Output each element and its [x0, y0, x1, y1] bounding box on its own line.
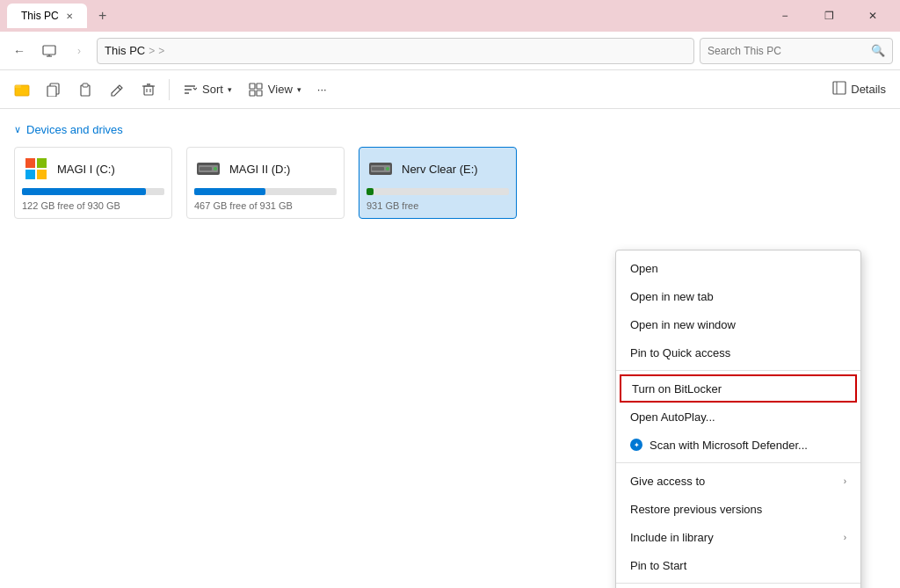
tab-area: This PC ✕ +	[7, 4, 758, 28]
copy-icon	[46, 82, 62, 98]
drive-d[interactable]: MAGI II (D:) 467 GB free of 931 GB	[186, 147, 345, 219]
svg-rect-14	[250, 83, 255, 89]
drive-c-bar	[22, 188, 146, 195]
ctx-open-label-group: Open	[630, 262, 658, 275]
drive-d-icon	[194, 155, 222, 183]
ctx-pin-quick-access-label: Pin to Quick access	[630, 346, 730, 359]
nav-bar: ← › This PC > > 🔍	[0, 32, 900, 70]
ctx-open-autoplay[interactable]: Open AutoPlay...	[616, 403, 860, 431]
ctx-pin-quick-access-label-group: Pin to Quick access	[630, 346, 730, 359]
breadcrumb-root[interactable]: This PC	[105, 44, 145, 57]
ctx-open-new-window-label-group: Open in new window	[630, 318, 736, 331]
paste-icon	[77, 82, 93, 98]
search-input[interactable]	[708, 45, 866, 57]
breadcrumb-bar[interactable]: This PC > >	[97, 38, 694, 64]
forward-chevron-icon: ›	[77, 45, 81, 57]
drive-d-header: MAGI II (D:)	[194, 155, 337, 183]
svg-rect-0	[43, 46, 55, 54]
svg-rect-20	[25, 158, 35, 168]
details-button[interactable]: Details	[825, 76, 893, 104]
ctx-restore-versions[interactable]: Restore previous versions	[616, 495, 860, 523]
svg-rect-6	[47, 86, 56, 97]
svg-rect-27	[200, 167, 212, 171]
svg-rect-21	[37, 158, 47, 168]
svg-point-26	[214, 167, 217, 171]
drive-c-bar-container	[22, 188, 164, 195]
ctx-give-access-chevron: ›	[844, 476, 846, 486]
sort-button[interactable]: Sort ▾	[175, 76, 239, 104]
drive-e-info: 931 GB free	[367, 200, 509, 211]
new-tab-button[interactable]: +	[92, 5, 113, 26]
view-button[interactable]: View ▾	[241, 76, 308, 104]
close-button[interactable]: ✕	[853, 0, 893, 32]
tab-this-pc[interactable]: This PC ✕	[7, 4, 87, 28]
more-label: ···	[317, 83, 327, 96]
minimize-button[interactable]: −	[765, 0, 805, 32]
context-menu: Open Open in new tab Open in new window …	[615, 250, 861, 588]
ctx-defender-label: Scan with Microsoft Defender...	[650, 439, 808, 452]
svg-rect-22	[25, 170, 35, 179]
drive-e-icon	[367, 155, 395, 183]
view-label: View	[268, 83, 293, 96]
svg-rect-9	[144, 86, 153, 95]
ctx-open[interactable]: Open	[616, 254, 860, 282]
sort-icon	[182, 82, 198, 98]
copy-button[interactable]	[39, 76, 69, 104]
drive-c[interactable]: MAGI I (C:) 122 GB free of 930 GB	[14, 147, 172, 219]
maximize-button[interactable]: ❐	[809, 0, 849, 32]
window-controls: − ❐ ✕	[765, 0, 893, 32]
sort-label: Sort	[202, 83, 223, 96]
more-button[interactable]: ···	[310, 76, 334, 104]
delete-button[interactable]	[134, 76, 163, 104]
ctx-autoplay-label: Open AutoPlay...	[630, 410, 715, 424]
svg-rect-8	[83, 83, 88, 87]
svg-rect-23	[37, 170, 47, 179]
forward-chevron-button[interactable]: ›	[67, 39, 91, 63]
drive-e-bar-container	[367, 188, 509, 195]
ctx-autoplay-label-group: Open AutoPlay...	[630, 410, 715, 424]
ctx-open-label: Open	[630, 262, 658, 275]
tab-close-icon[interactable]: ✕	[66, 11, 73, 21]
ctx-restore-label: Restore previous versions	[630, 503, 762, 516]
breadcrumb-chevron: >	[158, 45, 164, 57]
devices-section-title: ∨ Devices and drives	[14, 123, 886, 136]
new-folder-button[interactable]	[7, 76, 37, 104]
ctx-pin-start[interactable]: Pin to Start	[616, 551, 860, 579]
rename-icon	[109, 82, 125, 98]
main-content: ∨ Devices and drives MAGI I (C:)	[0, 109, 900, 588]
ctx-pin-quick-access[interactable]: Pin to Quick access	[616, 338, 860, 367]
ctx-include-library[interactable]: Include in library ›	[616, 523, 860, 551]
ctx-bitlocker-label: Turn on BitLocker	[632, 382, 722, 396]
ctx-give-access-label: Give access to	[630, 475, 705, 488]
ctx-open-new-tab-label: Open in new tab	[630, 290, 714, 303]
ctx-give-access[interactable]: Give access to ›	[616, 467, 860, 495]
drive-d-info: 467 GB free of 931 GB	[194, 200, 337, 211]
ctx-open-new-tab[interactable]: Open in new tab	[616, 282, 860, 310]
ctx-separator-3	[616, 583, 860, 584]
ctx-library-label: Include in library	[630, 531, 714, 544]
drive-c-icon	[22, 155, 50, 183]
drive-e[interactable]: Nerv Clear (E:) 931 GB free	[359, 147, 517, 219]
drive-e-bar	[367, 188, 374, 195]
drive-c-name: MAGI I (C:)	[57, 163, 115, 176]
defender-icon: ✦	[630, 439, 642, 451]
drive-d-bar-container	[194, 188, 337, 195]
monitor-icon-button[interactable]	[37, 39, 62, 63]
new-folder-icon	[14, 82, 30, 98]
ctx-turn-on-bitlocker[interactable]: Turn on BitLocker	[620, 374, 857, 403]
search-icon: 🔍	[871, 44, 885, 57]
paste-button[interactable]	[70, 76, 100, 104]
drive-e-name: Nerv Clear (E:)	[402, 163, 478, 176]
ctx-library-chevron: ›	[844, 533, 846, 542]
back-button[interactable]: ←	[7, 39, 32, 63]
rename-button[interactable]	[102, 76, 132, 104]
ctx-open-new-window-label: Open in new window	[630, 318, 736, 331]
ctx-scan-defender[interactable]: ✦ Scan with Microsoft Defender...	[616, 431, 860, 459]
ctx-defender-label-group: ✦ Scan with Microsoft Defender...	[630, 439, 808, 452]
ctx-open-new-window[interactable]: Open in new window	[616, 310, 860, 338]
view-chevron-icon: ▾	[297, 85, 301, 94]
toolbar: Sort ▾ View ▾ ··· Details	[0, 70, 900, 109]
view-icon	[248, 82, 264, 98]
toolbar-separator-1	[169, 79, 170, 100]
search-bar[interactable]: 🔍	[700, 38, 893, 64]
